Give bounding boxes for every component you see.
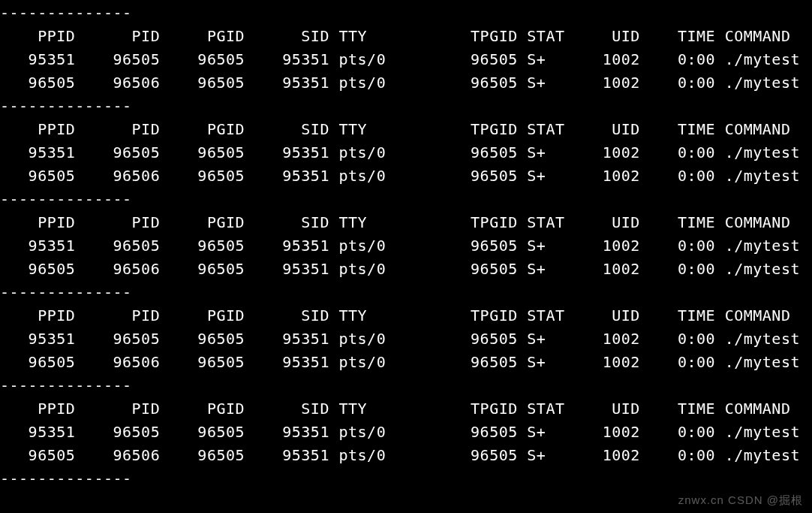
separator-line: -------------- xyxy=(0,469,132,487)
ps-row: 95351 96505 96505 95351 pts/0 96505 S+ 1… xyxy=(0,423,810,441)
separator-line: -------------- xyxy=(0,97,132,115)
ps-row: 96505 96506 96505 95351 pts/0 96505 S+ 1… xyxy=(0,74,810,92)
ps-header-line: PPID PID PGID SID TTY TPGID STAT UID TIM… xyxy=(0,213,810,231)
ps-header-line: PPID PID PGID SID TTY TPGID STAT UID TIM… xyxy=(0,27,810,45)
ps-header-line: PPID PID PGID SID TTY TPGID STAT UID TIM… xyxy=(0,120,810,138)
ps-header-line: PPID PID PGID SID TTY TPGID STAT UID TIM… xyxy=(0,400,810,418)
ps-row: 95351 96505 96505 95351 pts/0 96505 S+ 1… xyxy=(0,330,810,348)
separator-line: -------------- xyxy=(0,283,132,301)
watermark-text: znwx.cn CSDN @掘根 xyxy=(678,491,803,508)
ps-header-line: PPID PID PGID SID TTY TPGID STAT UID TIM… xyxy=(0,306,810,324)
ps-row: 96505 96506 96505 95351 pts/0 96505 S+ 1… xyxy=(0,446,810,464)
separator-line: -------------- xyxy=(0,190,132,208)
separator-line: -------------- xyxy=(0,4,132,22)
ps-row: 96505 96506 96505 95351 pts/0 96505 S+ 1… xyxy=(0,260,810,278)
terminal-output: -------------- PPID PID PGID SID TTY TPG… xyxy=(0,0,812,490)
ps-row: 95351 96505 96505 95351 pts/0 96505 S+ 1… xyxy=(0,50,810,68)
ps-row: 95351 96505 96505 95351 pts/0 96505 S+ 1… xyxy=(0,237,810,255)
ps-row: 96505 96506 96505 95351 pts/0 96505 S+ 1… xyxy=(0,353,810,371)
separator-line: -------------- xyxy=(0,376,132,394)
ps-row: 96505 96506 96505 95351 pts/0 96505 S+ 1… xyxy=(0,167,810,185)
ps-row: 95351 96505 96505 95351 pts/0 96505 S+ 1… xyxy=(0,143,810,161)
